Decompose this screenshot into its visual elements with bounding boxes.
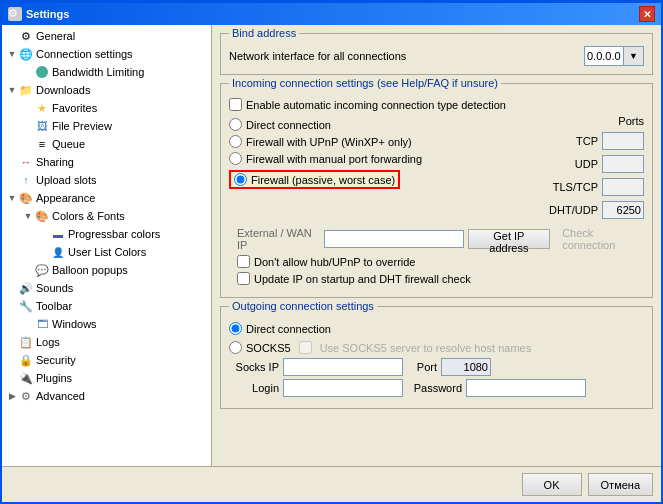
sidebar-item-sharing[interactable]: ↔ Sharing xyxy=(2,153,211,171)
port-tlstcp-input[interactable] xyxy=(602,178,644,196)
radio-manual: Firewall with manual port forwarding xyxy=(229,151,516,166)
socks5-row: SOCKS5 Use SOCKS5 server to resolve host… xyxy=(229,340,644,355)
sidebar-item-progressbar[interactable]: ▬ Progressbar colors xyxy=(2,225,211,243)
sidebar: ⚙ General ▼ 🌐 Connection settings Bandwi… xyxy=(2,25,212,466)
login-password-row: Login Password xyxy=(229,379,644,397)
login-label: Login xyxy=(229,382,279,394)
expand-icon-downloads: ▼ xyxy=(6,84,18,96)
upload-icon: ↑ xyxy=(18,172,34,188)
sidebar-item-upload[interactable]: ↑ Upload slots xyxy=(2,171,211,189)
port-tcp-input[interactable] xyxy=(602,132,644,150)
radio-socks5-input[interactable] xyxy=(229,341,242,354)
sidebar-item-advanced[interactable]: ▶ ⚙ Advanced xyxy=(2,387,211,405)
radio-upnp-input[interactable] xyxy=(229,135,242,148)
expand-icon-connection: ▼ xyxy=(6,48,18,60)
port-tcp-row: TCP xyxy=(553,132,644,150)
radio-passive-input[interactable] xyxy=(234,173,247,186)
sidebar-item-toolbar[interactable]: 🔧 Toolbar xyxy=(2,297,211,315)
expand-icon-windows xyxy=(22,318,34,330)
port-udp-input[interactable] xyxy=(602,155,644,173)
dont-allow-hub-checkbox[interactable] xyxy=(237,255,250,268)
expand-icon-upload xyxy=(6,174,18,186)
advanced-icon: ⚙ xyxy=(18,388,34,404)
window-icon: ⚙ xyxy=(8,7,22,21)
sidebar-label-advanced: Advanced xyxy=(36,390,85,402)
radio-socks5-label[interactable]: SOCKS5 xyxy=(246,342,291,354)
sidebar-item-preview[interactable]: 🖼 File Preview xyxy=(2,117,211,135)
radio-upnp-label[interactable]: Firewall with UPnP (WinXP+ only) xyxy=(246,136,412,148)
sidebar-item-plugins[interactable]: 🔌 Plugins xyxy=(2,369,211,387)
expand-icon-balloon xyxy=(22,264,34,276)
port-label: Port xyxy=(407,361,437,373)
expand-icon-appearance: ▼ xyxy=(6,192,18,204)
radio-ports-grid: Direct connection Firewall with UPnP (Wi… xyxy=(229,115,644,221)
sidebar-item-bandwidth[interactable]: Bandwidth Limiting xyxy=(2,63,211,81)
bind-select-arrow: ▼ xyxy=(624,46,644,66)
sidebar-label-toolbar: Toolbar xyxy=(36,300,72,312)
sidebar-label-balloon: Balloon popups xyxy=(52,264,128,276)
network-icon: 🌐 xyxy=(18,46,34,62)
title-bar: ⚙ Settings ✕ xyxy=(2,3,661,25)
sidebar-item-favorites[interactable]: ★ Favorites xyxy=(2,99,211,117)
use-socks5-checkbox[interactable] xyxy=(299,341,312,354)
sidebar-label-downloads: Downloads xyxy=(36,84,90,96)
bind-interface-select[interactable]: 0.0.0.0 xyxy=(584,46,624,66)
sidebar-item-sounds[interactable]: 🔊 Sounds xyxy=(2,279,211,297)
port-udp-row: UDP xyxy=(553,155,644,173)
star-icon: ★ xyxy=(34,100,50,116)
auto-detect-checkbox[interactable] xyxy=(229,98,242,111)
sidebar-item-logs[interactable]: 📋 Logs xyxy=(2,333,211,351)
dont-allow-hub-label[interactable]: Don't allow hub/UPnP to override xyxy=(254,256,416,268)
close-button[interactable]: ✕ xyxy=(639,6,655,22)
radio-direct-label[interactable]: Direct connection xyxy=(246,119,331,131)
port-dhtudp-input[interactable] xyxy=(602,201,644,219)
sidebar-label-sharing: Sharing xyxy=(36,156,74,168)
sidebar-item-queue[interactable]: ≡ Queue xyxy=(2,135,211,153)
port-tlstcp-label: TLS/TCP xyxy=(553,181,598,193)
radio-direct-out-input[interactable] xyxy=(229,322,242,335)
sidebar-item-balloon[interactable]: 💬 Balloon popups xyxy=(2,261,211,279)
radio-manual-label[interactable]: Firewall with manual port forwarding xyxy=(246,153,422,165)
radio-direct-input[interactable] xyxy=(229,118,242,131)
ok-button[interactable]: OK xyxy=(522,473,582,496)
radio-direct: Direct connection xyxy=(229,117,516,132)
radio-passive-label[interactable]: Firewall (passive, worst case) xyxy=(251,174,395,186)
sidebar-item-colors[interactable]: ▼ 🎨 Colors & Fonts xyxy=(2,207,211,225)
appearance-icon: 🎨 xyxy=(18,190,34,206)
radio-direct-out-label[interactable]: Direct connection xyxy=(246,323,331,335)
port-tlstcp-row: TLS/TCP xyxy=(553,178,644,196)
auto-detect-label[interactable]: Enable automatic incoming connection typ… xyxy=(246,99,506,111)
sidebar-label-upload: Upload slots xyxy=(36,174,97,186)
plugins-icon: 🔌 xyxy=(18,370,34,386)
bottom-bar: OK Отмена xyxy=(2,466,661,502)
password-input[interactable] xyxy=(466,379,586,397)
expand-icon-preview xyxy=(22,120,34,132)
sidebar-item-appearance[interactable]: ▼ 🎨 Appearance xyxy=(2,189,211,207)
sidebar-label-preview: File Preview xyxy=(52,120,112,132)
sidebar-item-security[interactable]: 🔒 Security xyxy=(2,351,211,369)
cancel-button[interactable]: Отмена xyxy=(588,473,653,496)
update-ip-label[interactable]: Update IP on startup and DHT firewall ch… xyxy=(254,273,471,285)
bind-address-title: Bind address xyxy=(229,27,299,39)
update-ip-checkbox[interactable] xyxy=(237,272,250,285)
ports-header: Ports xyxy=(618,115,644,127)
sidebar-item-userlist[interactable]: 👤 User List Colors xyxy=(2,243,211,261)
sidebar-label-appearance: Appearance xyxy=(36,192,95,204)
radio-manual-input[interactable] xyxy=(229,152,242,165)
socks-port-input[interactable] xyxy=(441,358,491,376)
outgoing-section: Outgoing connection settings Direct conn… xyxy=(220,306,653,409)
sidebar-item-connection[interactable]: ▼ 🌐 Connection settings xyxy=(2,45,211,63)
use-socks5-label[interactable]: Use SOCKS5 server to resolve host names xyxy=(320,342,532,354)
sidebar-item-downloads[interactable]: ▼ 📁 Downloads xyxy=(2,81,211,99)
port-dhtudp-row: DHT/UDP xyxy=(549,201,644,219)
sidebar-item-general[interactable]: ⚙ General xyxy=(2,27,211,45)
ext-wan-input[interactable] xyxy=(324,230,464,248)
sidebar-item-windows[interactable]: 🗔 Windows xyxy=(2,315,211,333)
radio-passive: Firewall (passive, worst case) xyxy=(229,170,400,189)
outgoing-title: Outgoing connection settings xyxy=(229,300,377,312)
socks-ip-input[interactable] xyxy=(283,358,403,376)
login-input[interactable] xyxy=(283,379,403,397)
logs-icon: 📋 xyxy=(18,334,34,350)
sidebar-label-userlist: User List Colors xyxy=(68,246,146,258)
get-ip-button[interactable]: Get IP address xyxy=(468,229,551,249)
